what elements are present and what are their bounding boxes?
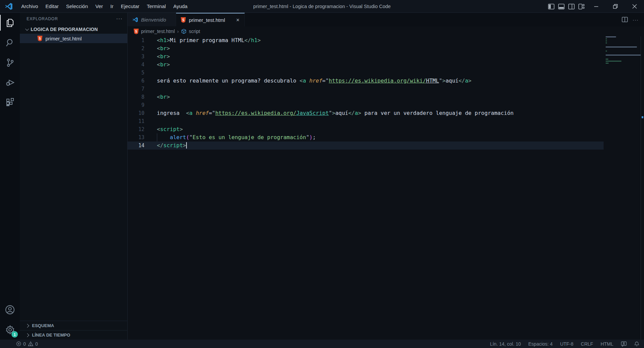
code-token: </ bbox=[348, 110, 354, 116]
account-icon[interactable] bbox=[0, 300, 20, 320]
code-token: > bbox=[258, 37, 261, 43]
vscode-logo-icon bbox=[132, 17, 138, 23]
code-token: href bbox=[309, 77, 323, 84]
code-editor[interactable]: 1<h1>Mi primer programa HTML</h1>2<br>3<… bbox=[128, 36, 644, 340]
menu-selección[interactable]: Selección bbox=[62, 0, 92, 13]
code-line-2[interactable]: 2<br> bbox=[128, 44, 604, 53]
feedback-icon[interactable] bbox=[621, 341, 627, 347]
code-line-14[interactable]: 14</script> bbox=[128, 141, 604, 150]
code-line-11[interactable]: 11 bbox=[128, 117, 604, 125]
problems-status[interactable]: 0 0 bbox=[0, 341, 38, 347]
restore-button[interactable] bbox=[606, 0, 625, 13]
menu-terminal[interactable]: Terminal bbox=[143, 0, 170, 13]
code-line-10[interactable]: 10ingresa <a href="https://es.wikipedia.… bbox=[128, 109, 604, 117]
activity-source-control-icon[interactable] bbox=[0, 53, 20, 72]
editor-actions: ··· bbox=[622, 13, 644, 26]
code-line-13[interactable]: 13 alert("Esto es un lenguaje de program… bbox=[128, 133, 604, 141]
language-mode-status[interactable]: HTML bbox=[601, 341, 613, 347]
code-line-8[interactable]: 8<br> bbox=[128, 93, 604, 101]
indentation-status[interactable]: Espacios: 4 bbox=[528, 341, 552, 347]
sidebar-header: EXPLORADOR ··· bbox=[20, 13, 127, 25]
menu-ir[interactable]: Ir bbox=[107, 0, 117, 13]
line-number: 9 bbox=[128, 101, 144, 109]
breadcrumb-symbol[interactable]: script bbox=[189, 29, 200, 34]
editor-group: Bienvenido 5 primer_test.html ✕ ··· 5 pr… bbox=[128, 13, 644, 340]
menu-ayuda[interactable]: Ayuda bbox=[170, 0, 191, 13]
code-token: Esto es un lenguaje de programación bbox=[193, 134, 306, 140]
explorer-more-actions-icon[interactable]: ··· bbox=[116, 16, 123, 22]
code-token: ingresa bbox=[157, 110, 186, 116]
code-token: " bbox=[439, 77, 442, 84]
file-row-selected[interactable]: 5 primer_test.html bbox=[20, 34, 127, 43]
code-token: a bbox=[303, 77, 306, 84]
minimap-line bbox=[606, 36, 616, 37]
menu-archivo[interactable]: Archivo bbox=[18, 0, 42, 13]
tab-primer-test[interactable]: 5 primer_test.html ✕ bbox=[176, 13, 245, 26]
menu-editar[interactable]: Editar bbox=[42, 0, 62, 13]
code-token: " bbox=[306, 134, 309, 140]
more-actions-icon[interactable]: ··· bbox=[633, 17, 639, 23]
vscode-logo-icon bbox=[5, 2, 13, 10]
activity-extensions-icon[interactable] bbox=[0, 92, 20, 112]
code-token: será esto realmente un programa? descubr… bbox=[157, 77, 300, 84]
line-number: 8 bbox=[128, 93, 144, 101]
explorer-sidebar: EXPLORADOR ··· LOGICA DE PROGRAMACION 5 … bbox=[20, 13, 128, 340]
folder-label: LOGICA DE PROGRAMACION bbox=[31, 27, 98, 32]
code-token: < bbox=[157, 126, 160, 132]
settings-gear-icon[interactable]: 1 bbox=[0, 320, 20, 340]
code-line-6[interactable]: 6será esto realmente un programa? descub… bbox=[128, 77, 604, 85]
code-line-9[interactable]: 9 bbox=[128, 101, 604, 109]
chevron-right-icon bbox=[25, 324, 29, 327]
section-timeline[interactable]: LÍNEA DE TIEMPO bbox=[20, 330, 127, 340]
activity-explorer-icon[interactable] bbox=[0, 13, 20, 33]
folder-row[interactable]: LOGICA DE PROGRAMACION bbox=[20, 25, 127, 34]
minimap-line bbox=[606, 55, 641, 56]
toggle-sidebar-icon[interactable] bbox=[546, 0, 556, 13]
minimap-line bbox=[606, 40, 607, 41]
eol-status[interactable]: CRLF bbox=[581, 341, 593, 347]
line-number: 4 bbox=[128, 61, 144, 69]
minimap-line bbox=[606, 59, 608, 60]
activity-search-icon[interactable] bbox=[0, 33, 20, 53]
breadcrumb-file[interactable]: primer_test.html bbox=[141, 29, 175, 34]
code-line-1[interactable]: 1<h1>Mi primer programa HTML</h1> bbox=[128, 36, 604, 44]
code-line-3[interactable]: 3<br> bbox=[128, 53, 604, 61]
code-token: aquí bbox=[335, 110, 348, 116]
close-tab-icon[interactable]: ✕ bbox=[236, 18, 240, 23]
cursor-position-status[interactable]: Lín. 14, col. 10 bbox=[490, 341, 521, 347]
timeline-label: LÍNEA DE TIEMPO bbox=[32, 333, 70, 338]
activity-run-debug-icon[interactable] bbox=[0, 72, 20, 92]
minimap[interactable] bbox=[604, 36, 641, 340]
split-editor-icon[interactable] bbox=[622, 17, 628, 22]
tab-bienvenido[interactable]: Bienvenido bbox=[128, 13, 176, 26]
close-window-button[interactable] bbox=[625, 0, 644, 13]
menu-ejecutar[interactable]: Ejecutar bbox=[117, 0, 143, 13]
code-token: h1 bbox=[160, 37, 167, 43]
line-number: 3 bbox=[128, 53, 144, 61]
overview-ruler[interactable] bbox=[641, 36, 644, 340]
bell-icon[interactable] bbox=[634, 341, 639, 347]
minimap-line bbox=[606, 46, 637, 48]
code-token: > bbox=[332, 110, 335, 116]
minimize-button[interactable] bbox=[586, 0, 606, 13]
settings-badge: 1 bbox=[11, 331, 18, 338]
code-line-12[interactable]: 12<script> bbox=[128, 125, 604, 133]
customize-layout-icon[interactable] bbox=[576, 0, 586, 13]
code-line-7[interactable]: 7 bbox=[128, 85, 604, 93]
encoding-status[interactable]: UTF-8 bbox=[560, 341, 574, 347]
section-outline[interactable]: ESQUEMA bbox=[20, 321, 127, 330]
code-line-4[interactable]: 4<br> bbox=[128, 61, 604, 69]
activity-bar: 1 bbox=[0, 13, 20, 340]
menu-ver[interactable]: Ver bbox=[92, 0, 107, 13]
toggle-panel-icon[interactable] bbox=[556, 0, 566, 13]
indent-guide bbox=[157, 133, 157, 141]
html5-file-icon: 5 bbox=[134, 29, 139, 34]
minimap-line bbox=[606, 63, 609, 64]
code-token: " bbox=[329, 110, 332, 116]
toggle-secondary-sidebar-icon[interactable] bbox=[566, 0, 576, 13]
code-token: > bbox=[358, 110, 361, 116]
code-line-5[interactable]: 5 bbox=[128, 69, 604, 77]
file-label: primer_test.html bbox=[45, 36, 82, 41]
sidebar-title: EXPLORADOR bbox=[27, 17, 116, 21]
minimap-line bbox=[606, 49, 639, 50]
